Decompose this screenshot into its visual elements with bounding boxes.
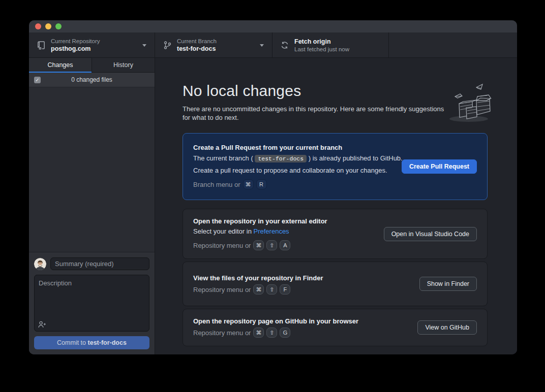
repo-icon: [37, 41, 46, 50]
suggestion-cards: Create a Pull Request from your current …: [183, 133, 488, 346]
card-title: Open the repository in your external edi…: [193, 217, 477, 225]
show-in-finder-button[interactable]: Show in Finder: [419, 277, 477, 291]
paper-stack-illustration: [445, 79, 492, 126]
current-repository-dropdown[interactable]: Current Repository posthog.com: [29, 32, 155, 57]
shortcut-hint: Repository menu or ⌘ ⇧ A: [193, 240, 477, 250]
a-keycap: A: [280, 240, 290, 250]
toolbar: Current Repository posthog.com Current B…: [29, 32, 517, 58]
fetch-origin-button[interactable]: Fetch origin Last fetched just now: [272, 32, 389, 57]
shortcut-hint: Branch menu or ⌘ R: [193, 179, 477, 189]
tab-history[interactable]: History: [92, 58, 155, 73]
current-branch-value: test-for-docs: [177, 45, 217, 52]
open-in-vscode-button[interactable]: Open in Visual Studio Code: [384, 227, 477, 241]
hint-text: Repository menu or: [193, 242, 251, 249]
git-branch-icon: [163, 41, 172, 50]
fetch-origin-label: Fetch origin: [294, 38, 349, 45]
no-changes-panel: No local changes There are no uncommitte…: [155, 58, 517, 354]
fetch-origin-status: Last fetched just now: [294, 46, 349, 52]
tab-changes[interactable]: Changes: [29, 58, 92, 73]
show-in-finder-card: View the files of your repository in Fin…: [183, 262, 488, 306]
summary-input[interactable]: [50, 257, 149, 270]
line-text: The current branch (: [193, 154, 255, 162]
line-text: ) is already published to GitHub.: [307, 154, 403, 162]
create-pr-card: Create a Pull Request from your current …: [183, 133, 488, 200]
commit-button-prefix: Commit to: [57, 339, 87, 346]
toolbar-spacer: [389, 32, 517, 57]
avatar: [34, 258, 46, 270]
description-input[interactable]: [34, 275, 149, 332]
hint-text: Branch menu or: [193, 181, 240, 188]
hint-text: Repository menu or: [193, 286, 251, 293]
add-coauthor-icon[interactable]: [38, 321, 46, 328]
external-editor-card: Open the repository in your external edi…: [183, 209, 488, 259]
chevron-down-icon: [142, 44, 146, 47]
sync-icon: [280, 41, 289, 50]
cmd-keycap: ⌘: [253, 328, 264, 338]
hint-text: Repository menu or: [193, 329, 251, 337]
zoom-window-button[interactable]: [55, 23, 62, 29]
cmd-keycap: ⌘: [253, 240, 264, 250]
view-on-github-card: Open the repository page on GitHub in yo…: [183, 309, 488, 346]
shift-keycap: ⇧: [266, 240, 277, 250]
traffic-lights: [35, 23, 62, 29]
sidebar-tabs: Changes History: [29, 58, 155, 73]
cmd-keycap: ⌘: [253, 284, 264, 295]
shift-keycap: ⇧: [266, 284, 277, 295]
page-subtitle: There are no uncommitted changes in this…: [183, 105, 445, 122]
changed-files-header: ✓ 0 changed files: [29, 73, 155, 87]
chevron-down-icon: [260, 44, 264, 47]
cmd-keycap: ⌘: [243, 179, 254, 189]
github-desktop-window: Current Repository posthog.com Current B…: [29, 20, 517, 354]
view-on-github-button[interactable]: View on GitHub: [417, 320, 477, 335]
titlebar: [29, 20, 517, 32]
branch-code-pill: test-for-docs: [255, 155, 307, 162]
preferences-link[interactable]: Preferences: [254, 227, 289, 235]
minimize-window-button[interactable]: [45, 23, 51, 29]
commit-button-branch: test-for-docs: [88, 339, 127, 346]
changed-files-list: [29, 87, 155, 252]
g-keycap: G: [280, 328, 290, 338]
current-branch-label: Current Branch: [177, 38, 217, 44]
create-pull-request-button[interactable]: Create Pull Request: [402, 159, 477, 174]
current-repository-label: Current Repository: [51, 38, 100, 44]
card-title: Create a Pull Request from your current …: [193, 144, 477, 151]
select-all-checkbox[interactable]: ✓: [34, 77, 41, 83]
commit-form: Commit to test-for-docs: [29, 252, 155, 354]
changes-sidebar: Changes History ✓ 0 changed files: [29, 58, 155, 354]
r-keycap: R: [256, 179, 267, 189]
close-window-button[interactable]: [35, 23, 41, 29]
current-branch-dropdown[interactable]: Current Branch test-for-docs: [155, 32, 272, 57]
changed-files-count: 0 changed files: [71, 76, 112, 83]
line-text: Select your editor in: [193, 227, 254, 235]
f-keycap: F: [280, 284, 290, 295]
shift-keycap: ⇧: [266, 328, 277, 338]
commit-button[interactable]: Commit to test-for-docs: [34, 336, 149, 349]
current-repository-value: posthog.com: [51, 45, 100, 52]
